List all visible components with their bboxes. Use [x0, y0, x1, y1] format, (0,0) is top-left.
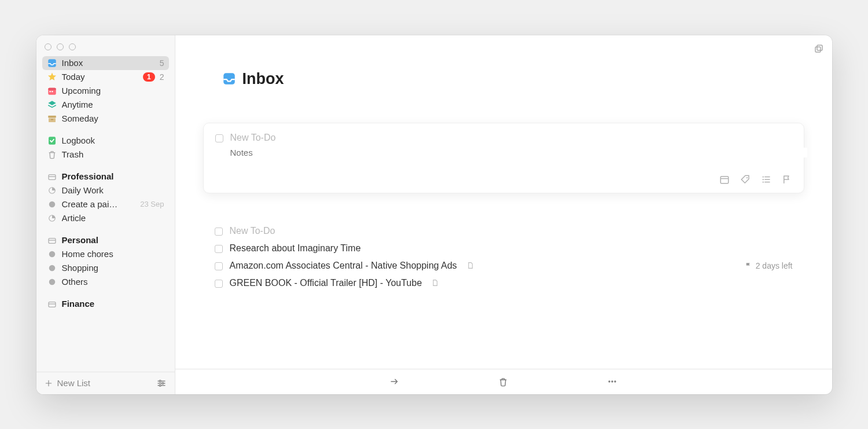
todo-checkbox[interactable] — [215, 228, 223, 236]
svg-point-11 — [49, 201, 55, 207]
sidebar-item-label: Anytime — [62, 100, 164, 109]
svg-point-29 — [608, 380, 610, 382]
svg-point-28 — [762, 181, 763, 182]
new-todo-card[interactable] — [203, 123, 804, 193]
inbox-icon — [222, 71, 237, 86]
svg-point-25 — [746, 177, 747, 178]
sidebar-item-badge: 1 — [143, 72, 155, 82]
area-icon — [47, 235, 57, 245]
svg-point-16 — [49, 278, 55, 285]
todo-item[interactable]: New To-Do — [203, 222, 804, 240]
page-title: Inbox — [175, 35, 832, 100]
todo-title: Research about Imaginary Time — [230, 243, 361, 254]
sidebar-item-anytime[interactable]: Anytime — [42, 98, 169, 112]
area-icon — [47, 299, 57, 309]
maximize-window-button[interactable] — [69, 43, 76, 50]
new-window-icon[interactable] — [814, 43, 824, 54]
todo-title: Amazon.com Associates Central - Native S… — [230, 261, 457, 271]
sidebar-project-article[interactable]: Article — [42, 211, 169, 225]
svg-rect-7 — [50, 119, 53, 120]
sidebar-footer: New List — [36, 372, 175, 394]
more-button[interactable] — [606, 376, 618, 387]
archive-icon — [47, 113, 57, 124]
new-list-button[interactable]: New List — [45, 378, 91, 388]
sidebar-project-create-pai[interactable]: Create a pai… 23 Sep — [42, 197, 169, 211]
calendar-icon[interactable] — [719, 174, 730, 185]
new-todo-title-input[interactable] — [230, 133, 792, 143]
tag-icon[interactable] — [740, 174, 751, 185]
sidebar-item-count: 5 — [160, 58, 164, 68]
svg-point-27 — [762, 178, 763, 179]
layers-icon — [47, 100, 57, 110]
todo-checkbox[interactable] — [215, 262, 223, 270]
sidebar-item-label: Upcoming — [62, 86, 164, 96]
sidebar-area-professional[interactable]: Professional — [42, 170, 169, 184]
svg-rect-17 — [49, 302, 56, 307]
minimize-window-button[interactable] — [57, 43, 64, 50]
sidebar-item-inbox[interactable]: Inbox 5 — [42, 56, 169, 70]
attachment-icon — [466, 262, 474, 269]
svg-point-15 — [49, 265, 55, 271]
inbox-icon — [47, 58, 57, 68]
plus-icon — [45, 379, 53, 387]
todo-item[interactable]: Research about Imaginary Time — [203, 240, 804, 257]
project-icon — [47, 199, 57, 210]
page-title-text: Inbox — [242, 70, 284, 88]
flag-icon[interactable] — [782, 174, 792, 185]
delete-button[interactable] — [498, 377, 508, 387]
area-icon — [47, 171, 57, 182]
close-window-button[interactable] — [45, 43, 52, 50]
sidebar-item-logbook[interactable]: Logbook — [42, 134, 169, 148]
svg-point-20 — [159, 384, 161, 386]
sidebar-project-shopping[interactable]: Shopping — [42, 261, 169, 275]
sidebar-area-finance[interactable]: Finance — [42, 297, 169, 311]
logbook-icon — [47, 135, 57, 146]
sidebar-item-someday[interactable]: Someday — [42, 112, 169, 126]
sidebar-item-upcoming[interactable]: Upcoming — [42, 84, 169, 98]
todo-title: GREEN BOOK - Official Trailer [HD] - You… — [230, 278, 422, 288]
svg-point-18 — [159, 380, 161, 382]
sidebar-item-trash[interactable]: Trash — [42, 148, 169, 162]
svg-point-26 — [762, 176, 763, 177]
sidebar-project-home-chores[interactable]: Home chores — [42, 247, 169, 261]
app-window: Inbox 5 Today 1 2 Upcoming — [36, 35, 832, 394]
sidebar-item-label: Inbox — [62, 58, 155, 68]
sidebar-item-today[interactable]: Today 1 2 — [42, 70, 169, 84]
settings-icon[interactable] — [156, 378, 167, 388]
todo-checkbox[interactable] — [215, 245, 223, 253]
main-footer — [175, 369, 832, 394]
sidebar: Inbox 5 Today 1 2 Upcoming — [36, 35, 175, 394]
project-icon — [47, 213, 57, 223]
svg-point-30 — [611, 380, 613, 382]
todo-item[interactable]: GREEN BOOK - Official Trailer [HD] - You… — [203, 274, 804, 292]
todo-checkbox[interactable] — [215, 280, 223, 288]
new-todo-toolbar — [215, 174, 792, 185]
sidebar-project-daily-work[interactable]: Daily Work — [42, 184, 169, 197]
svg-point-19 — [161, 382, 163, 384]
sidebar-project-label: Daily Work — [62, 185, 164, 195]
svg-rect-2 — [48, 87, 56, 90]
project-icon — [47, 185, 57, 196]
new-list-label: New List — [57, 378, 91, 388]
new-todo-notes-input[interactable] — [230, 148, 807, 157]
sidebar-area-personal[interactable]: Personal — [42, 233, 169, 247]
project-icon — [47, 277, 57, 287]
todo-item[interactable]: Amazon.com Associates Central - Native S… — [203, 257, 804, 274]
svg-rect-13 — [49, 238, 56, 243]
sidebar-project-others[interactable]: Others — [42, 275, 169, 289]
checklist-icon[interactable] — [761, 174, 771, 185]
sidebar-project-label: Others — [62, 277, 164, 287]
sidebar-project-label: Create a pai… — [62, 199, 136, 209]
project-icon — [47, 263, 57, 273]
sidebar-project-label: Shopping — [62, 263, 164, 273]
sidebar-area-label: Professional — [62, 171, 164, 181]
svg-rect-4 — [52, 91, 53, 92]
todo-title: New To-Do — [230, 226, 275, 236]
svg-rect-3 — [49, 91, 50, 92]
sidebar-item-label: Trash — [62, 149, 164, 159]
sidebar-area-label: Finance — [62, 299, 164, 309]
todo-checkbox[interactable] — [215, 134, 223, 142]
svg-rect-24 — [720, 176, 729, 183]
window-controls — [36, 35, 175, 56]
move-button[interactable] — [389, 376, 400, 387]
